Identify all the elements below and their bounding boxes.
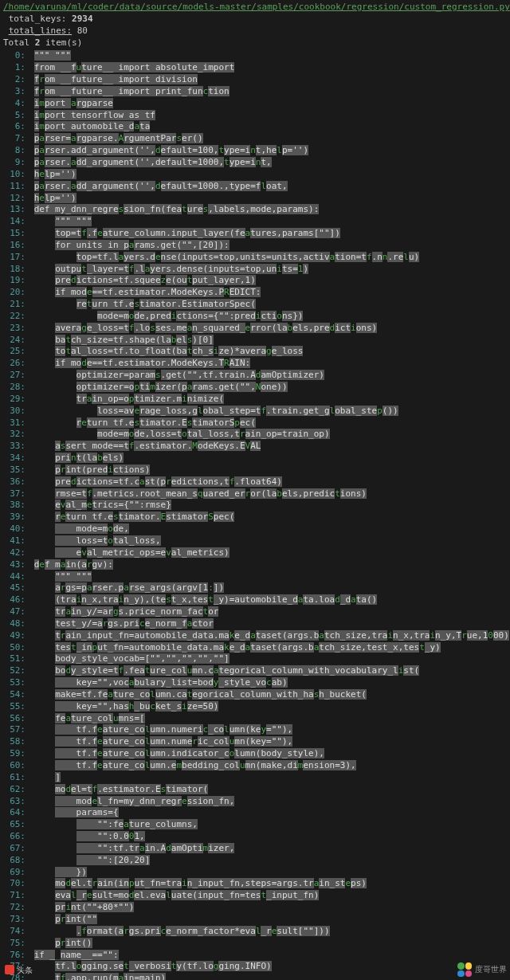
- code-line: 45: args=parser.parse_args(argv[1:]): [3, 582, 507, 594]
- total-items-line: Total 2 item(s): [3, 37, 507, 49]
- toutiao-icon: [5, 965, 14, 974]
- code-line: 10: help=''): [3, 169, 507, 181]
- code-line: 42: eval_metric_ops=eval_metrics): [3, 547, 507, 559]
- code-line: 67: "":tf.train.AdamOptimizer,: [3, 843, 507, 855]
- code-line: 32: mode=mode,loss=total_loss,train_op=t…: [3, 429, 507, 441]
- code-line: 41: loss=total_loss,: [3, 535, 507, 547]
- code-line: 77: tf.logging.set_verbosity(tf.logging.…: [3, 961, 507, 973]
- code-line: 57: tf.feature_column.numeric_column(key…: [3, 724, 507, 736]
- code-line: 58: tf.feature_column.numeric_column(key…: [3, 736, 507, 748]
- code-line: 44: """ """: [3, 571, 507, 583]
- code-line: 68: "":[20,20]: [3, 855, 507, 867]
- code-line: 14: """ """: [3, 216, 507, 228]
- code-line: 53: key="",vocabulary_list=body_style_vo…: [3, 677, 507, 689]
- code-line: 8: parser.add_argument('',default=100,ty…: [3, 145, 507, 157]
- code-line: 29: train_op=optimizer.minimize(: [3, 394, 507, 406]
- code-line: 74: .format(args.price_norm_factor*eval_…: [3, 926, 507, 938]
- logo-icon: [457, 962, 472, 977]
- code-line: 73: print("": [3, 914, 507, 926]
- code-line: 24: batch_size=tf.shape(labels)[0]: [3, 335, 507, 347]
- code-line: 43: def main(argv):: [3, 559, 507, 571]
- code-line: 35: print(predictions): [3, 465, 507, 476]
- code-line: 15: top=tf.feature_column.input_layer(fe…: [3, 228, 507, 240]
- code-line: 39: return tf.estimator.EstimatorSpec(: [3, 512, 507, 523]
- code-line: 36: predictions=tf.cast(predictions,tf.f…: [3, 476, 507, 488]
- code-line: 23: average_loss=tf.losses.mean_squared_…: [3, 323, 507, 335]
- code-line: 49: train_input_fn=automobile_data.make_…: [3, 630, 507, 642]
- code-line: 50: test_input_fn=automobile_data.make_d…: [3, 642, 507, 654]
- code-line: 46: (train_x,train_y),(test_x,test_y)=au…: [3, 594, 507, 606]
- total-lines-line: total_lines: 80: [3, 25, 507, 37]
- code-line: 1: from __future__ import absolute_impor…: [3, 62, 507, 74]
- code-line: 65: "":feature_columns,: [3, 819, 507, 831]
- code-line: 55: key="",hash_bucket_size=50): [3, 701, 507, 713]
- code-line: 59: tf.feature_column.indicator_column(b…: [3, 748, 507, 760]
- code-line: 9: parser.add_argument('',default=1000,t…: [3, 157, 507, 169]
- file-path: /home/varuna/ml/coder/data/source/models…: [3, 2, 507, 14]
- total-keys-line: total_keys: 2934: [3, 14, 507, 25]
- code-line: 22: mode=mode,predictions={"":prediction…: [3, 311, 507, 323]
- code-line: 33: assert mode==tf.estimator.ModeKeys.E…: [3, 441, 507, 453]
- code-line: 30: loss=average_loss,global_step=tf.tra…: [3, 406, 507, 417]
- code-line: 11: parser.add_argument('',default=1000.…: [3, 181, 507, 193]
- code-line: 69: }): [3, 867, 507, 879]
- code-line: 52: body_style=tf.feature_column.categor…: [3, 665, 507, 677]
- code-line: 6: import automobile_data: [3, 121, 507, 133]
- code-line: 71: eval_result=model.evaluate(input_fn=…: [3, 890, 507, 902]
- code-line: 76: if __name__=="":: [3, 950, 507, 962]
- code-line: 17: top=tf.layers.dense(inputs=top,units…: [3, 252, 507, 264]
- code-line: 27: optimizer=params.get("",tf.train.Ada…: [3, 370, 507, 382]
- code-line: 63: model_fn=my_dnn_regression_fn,: [3, 796, 507, 808]
- code-line: 4: import argparse: [3, 98, 507, 110]
- code-line: 2: from __future__ import division: [3, 74, 507, 86]
- code-line: 37: rmse=tf.metrics.root_mean_squared_er…: [3, 488, 507, 500]
- code-line: 13: def my_dnn_regression_fn(features,la…: [3, 204, 507, 216]
- code-line: 25: total_loss=tf.to_float(batch_size)*a…: [3, 346, 507, 358]
- code-line: 0: """ """: [3, 50, 507, 62]
- code-line: 3: from __future__ import print_function: [3, 86, 507, 98]
- code-line: 26: if mode==tf.estimator.ModeKeys.TRAIN…: [3, 358, 507, 370]
- code-line: 34: print(labels): [3, 453, 507, 465]
- code-line: 16: for units in params.get("",[20]):: [3, 240, 507, 252]
- code-line: 56: feature_columns=[: [3, 713, 507, 725]
- code-line: 38: eval_metrics={"":rmse}: [3, 500, 507, 512]
- code-line: 19: predictions=tf.squeeze(output_layer,…: [3, 275, 507, 287]
- code-line: 28: optimizer=optimizer(params.get("",No…: [3, 382, 507, 394]
- code-line: 31: return tf.estimator.EstimatorSpec(: [3, 417, 507, 429]
- code-line: 18: output_layer=tf.layers.dense(inputs=…: [3, 264, 507, 276]
- watermark: 度哥世界: [457, 962, 507, 977]
- code-line: 5: import tensorflow as tf: [3, 110, 507, 122]
- code-line: 12: help=''): [3, 193, 507, 205]
- toutiao-watermark: 头条: [5, 965, 33, 976]
- code-line: 7: parser=argparse.ArgumentParser(): [3, 133, 507, 145]
- code-line: 64: params={: [3, 807, 507, 819]
- code-line: 51: body_style_vocab=["","","","",""]: [3, 653, 507, 665]
- code-line: 48: test_y/=args.price_norm_factor: [3, 618, 507, 630]
- code-line: 60: tf.feature_column.embedding_column(m…: [3, 760, 507, 772]
- code-line: 47: train_y/=args.price_norm_factor: [3, 606, 507, 618]
- code-line: 66: "":0.001,: [3, 831, 507, 843]
- code-line: 40: mode=mode,: [3, 523, 507, 535]
- code-line: 20: if mode==tf.estimator.ModeKeys.PREDI…: [3, 287, 507, 299]
- code-line: 62: model=tf.estimator.Estimator(: [3, 784, 507, 796]
- code-area[interactable]: 0: """ """ 1: from __future__ import abs…: [3, 50, 507, 980]
- code-line: 54: make=tf.feature_column.categorical_c…: [3, 689, 507, 701]
- code-line: 61: ]: [3, 772, 507, 784]
- code-line: 72: print(""+80*""): [3, 902, 507, 914]
- code-line: 75: print(): [3, 938, 507, 950]
- code-line: 70: model.train(input_fn=train_input_fn,…: [3, 878, 507, 890]
- code-line: 78: tf.app.run(main=main): [3, 973, 507, 980]
- code-line: 21: return tf.estimator.EstimatorSpec(: [3, 299, 507, 311]
